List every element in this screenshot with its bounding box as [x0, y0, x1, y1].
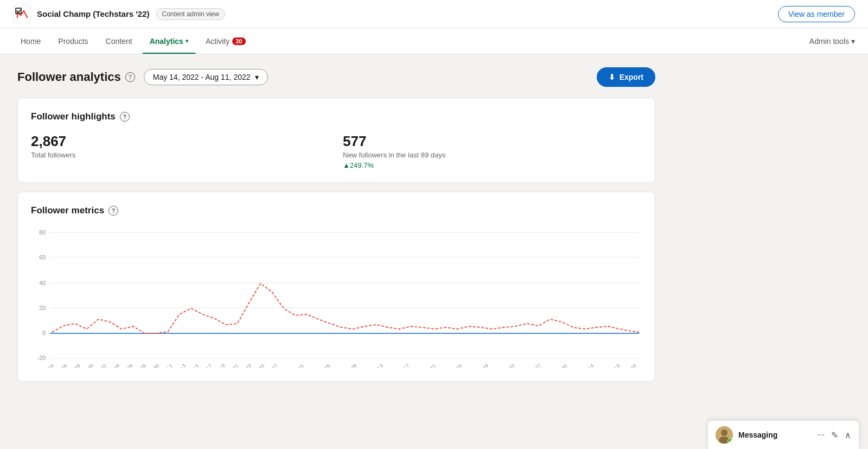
svg-text:May 30: May 30	[145, 363, 160, 368]
svg-text:Jun 25: Jun 25	[317, 363, 331, 368]
analytics-dropdown-icon: ▾	[186, 38, 188, 44]
metrics-help-icon[interactable]: ?	[108, 206, 118, 216]
svg-text:Jul 15: Jul 15	[450, 363, 463, 368]
svg-text:May 24: May 24	[106, 363, 120, 368]
svg-text:Jun 1: Jun 1	[161, 363, 173, 368]
highlights-title: Follower highlights ?	[31, 111, 642, 122]
svg-text:-20: -20	[37, 355, 46, 361]
admin-badge: Content admin view	[156, 8, 225, 20]
date-range-dropdown-icon: ▾	[255, 73, 259, 81]
svg-text:May 18: May 18	[66, 363, 81, 368]
svg-text:Jun 3: Jun 3	[175, 363, 187, 368]
new-followers-label: New followers in the last 89 days	[343, 151, 642, 159]
svg-text:Jun 5: Jun 5	[188, 363, 200, 368]
followers-change-pct: ▲249.7%	[343, 161, 642, 169]
nav-item-analytics[interactable]: Analytics ▾	[142, 28, 196, 54]
admin-tools-dropdown-icon: ▾	[851, 37, 855, 46]
page-title-row: Follower analytics ?	[17, 70, 135, 84]
topbar: Social Champ (Techstars '22) Content adm…	[0, 0, 868, 28]
topbar-left: Social Champ (Techstars '22) Content adm…	[13, 5, 225, 23]
activity-badge: 30	[232, 37, 245, 45]
main-content: Follower analytics ? May 14, 2022 - Aug …	[0, 54, 673, 403]
svg-text:Jul 27: Jul 27	[529, 363, 542, 368]
follower-metrics-card: Follower metrics ? 80 60 40 20 0 -20	[17, 192, 655, 382]
svg-text:May 26: May 26	[119, 363, 133, 368]
admin-tools-menu[interactable]: Admin tools ▾	[809, 37, 855, 46]
nav-item-content[interactable]: Content	[98, 28, 140, 54]
nav-item-activity[interactable]: Activity 30	[198, 28, 253, 54]
svg-text:Jun 11: Jun 11	[225, 363, 239, 368]
svg-text:Jul 31: Jul 31	[556, 363, 568, 368]
page-header: Follower analytics ? May 14, 2022 - Aug …	[17, 67, 655, 87]
svg-text:Jul 3: Jul 3	[373, 363, 384, 368]
svg-text:Aug 8: Aug 8	[609, 363, 621, 368]
svg-text:Jul 11: Jul 11	[424, 363, 436, 368]
highlights-help-icon[interactable]: ?	[120, 112, 130, 122]
page-title-area: Follower analytics ? May 14, 2022 - Aug …	[17, 69, 268, 85]
svg-text:May 16: May 16	[53, 363, 68, 368]
follower-metrics-chart: 80 60 40 20 0 -20 May	[31, 227, 642, 368]
svg-text:Jun 9: Jun 9	[214, 363, 226, 368]
svg-text:60: 60	[39, 254, 46, 261]
svg-text:80: 80	[39, 229, 46, 236]
chart-data-line	[52, 283, 639, 333]
svg-text:Jul 19: Jul 19	[476, 363, 489, 368]
chart-svg: 80 60 40 20 0 -20 May	[31, 227, 642, 368]
svg-text:Jun 13: Jun 13	[239, 363, 253, 368]
new-followers-value: 577	[343, 133, 642, 150]
page-title-help-icon[interactable]: ?	[125, 72, 135, 82]
svg-text:May 28: May 28	[132, 363, 147, 368]
svg-text:Aug 10: Aug 10	[623, 363, 637, 368]
date-range-button[interactable]: May 14, 2022 - Aug 11, 2022 ▾	[144, 69, 268, 85]
svg-text:Jun 7: Jun 7	[201, 363, 213, 368]
export-button[interactable]: ⬇ Export	[597, 67, 655, 87]
app-title: Social Champ (Techstars '22)	[37, 9, 150, 18]
svg-text:Jun 17: Jun 17	[265, 363, 279, 368]
app-logo-icon	[13, 5, 30, 23]
follower-highlights-card: Follower highlights ? 2,867 Total follow…	[17, 98, 655, 183]
new-followers-stat: 577 New followers in the last 89 days ▲2…	[343, 133, 642, 169]
export-download-icon: ⬇	[609, 73, 615, 81]
svg-text:40: 40	[39, 280, 46, 286]
svg-text:Aug 4: Aug 4	[582, 363, 595, 368]
nav-item-home[interactable]: Home	[13, 28, 48, 54]
svg-text:May 14: May 14	[40, 363, 55, 368]
svg-text:May 20: May 20	[80, 363, 94, 368]
page-title: Follower analytics	[17, 70, 121, 84]
total-followers-stat: 2,867 Total followers	[31, 133, 330, 169]
svg-text:20: 20	[39, 305, 46, 311]
highlights-grid: 2,867 Total followers 577 New followers …	[31, 133, 642, 169]
nav-left: Home Products Content Analytics ▾ Activi…	[13, 28, 253, 54]
total-followers-value: 2,867	[31, 133, 330, 150]
svg-text:0: 0	[42, 330, 46, 336]
svg-text:Jun 29: Jun 29	[344, 363, 358, 368]
svg-text:Jun 15: Jun 15	[252, 363, 266, 368]
svg-text:Jun 21: Jun 21	[291, 363, 305, 368]
view-as-member-button[interactable]: View as member	[778, 6, 855, 22]
svg-text:Jul 7: Jul 7	[399, 363, 410, 368]
total-followers-label: Total followers	[31, 151, 330, 159]
navbar: Home Products Content Analytics ▾ Activi…	[0, 28, 868, 54]
svg-text:May 22: May 22	[93, 363, 107, 368]
svg-text:Jul 23: Jul 23	[503, 363, 515, 368]
metrics-title: Follower metrics ?	[31, 205, 642, 216]
nav-item-products[interactable]: Products	[50, 28, 95, 54]
